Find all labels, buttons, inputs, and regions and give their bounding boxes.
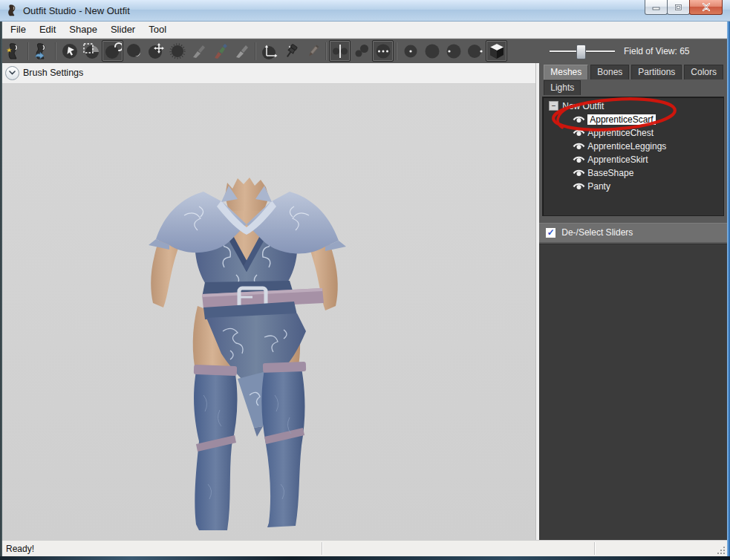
toolbar-separator (55, 42, 56, 60)
perspective-toggle-icon[interactable] (486, 40, 507, 62)
tree-item-label: ApprenticeSkirt (587, 154, 648, 165)
select-sliders-label: De-/Select Sliders (561, 227, 633, 238)
menu-tool[interactable]: Tool (142, 22, 173, 36)
status-separator (322, 542, 322, 555)
app-icon (7, 4, 19, 16)
fov-area: Field of View: 65 (540, 45, 726, 58)
vertex-edit-icon[interactable] (302, 40, 323, 62)
connected-only-toggle-icon[interactable] (351, 40, 372, 62)
tab-bones[interactable]: Bones (590, 65, 629, 79)
mesh-tree: − New Outfit ApprenticeScarf ApprenticeC… (542, 97, 724, 216)
toolbar-separator (27, 42, 29, 60)
brush-falloff-c-icon[interactable] (443, 40, 464, 62)
status-bar: Ready! (2, 540, 727, 556)
tree-item-apprenticeleggings[interactable]: ApprenticeLeggings (543, 140, 723, 153)
outfit-model (111, 172, 379, 536)
mask-brush-icon[interactable] (80, 40, 102, 62)
toolbar: Field of View: 65 (2, 39, 727, 63)
eye-icon (573, 128, 585, 137)
viewport-3d[interactable] (2, 84, 535, 540)
smooth-brush-icon[interactable] (166, 40, 188, 62)
slider-list-area (539, 244, 727, 540)
brush-settings-collapse-button[interactable] (5, 66, 19, 80)
tree-item-baseshape[interactable]: BaseShape (543, 166, 723, 180)
maximize-button[interactable] (667, 0, 690, 15)
select-sliders-checkbox[interactable]: ✓ (545, 227, 556, 238)
eye-icon (573, 155, 585, 164)
tree-item-label: ApprenticeChest (587, 128, 654, 138)
tree-item-panty[interactable]: Panty (543, 180, 723, 193)
close-button[interactable] (689, 0, 723, 15)
status-separator (594, 542, 595, 555)
select-sliders-row[interactable]: ✓ De-/Select Sliders (539, 223, 727, 242)
menu-slider[interactable]: Slider (104, 22, 142, 36)
chevron-down-icon (9, 71, 16, 75)
eye-icon (573, 182, 585, 191)
status-text: Ready! (6, 544, 34, 554)
tree-item-apprenticeskirt[interactable]: ApprenticeSkirt (543, 153, 723, 166)
x-mirror-toggle-icon[interactable] (329, 40, 351, 62)
color-brush-icon[interactable] (209, 40, 231, 62)
tree-item-label: ApprenticeLeggings (587, 141, 666, 152)
tab-partitions[interactable]: Partitions (631, 65, 682, 79)
tab-colors[interactable]: Colors (684, 65, 723, 79)
eye-icon (573, 169, 585, 178)
global-brush-toggle-icon[interactable] (372, 40, 394, 62)
tree-item-apprenticechest[interactable]: ApprenticeChest (543, 126, 723, 140)
maximize-icon (674, 4, 682, 11)
tab-lights[interactable]: Lights (544, 80, 581, 95)
eye-icon (573, 115, 585, 124)
eye-icon (573, 142, 585, 151)
brush-settings-label: Brush Settings (23, 68, 83, 78)
brush-falloff-d-icon[interactable] (464, 40, 486, 62)
move-brush-icon[interactable] (145, 40, 166, 62)
menu-file[interactable]: File (4, 22, 33, 36)
tree-item-label-editbox[interactable]: ApprenticeScarf (587, 114, 655, 125)
tab-meshes[interactable]: Meshes (544, 65, 588, 79)
toolbar-separator (255, 42, 256, 60)
brush-falloff-a-icon[interactable] (400, 40, 421, 62)
title-bar[interactable]: Outfit Studio - New Outfit (0, 0, 730, 22)
minimize-button[interactable] (645, 0, 668, 15)
fov-slider-thumb[interactable] (576, 45, 586, 59)
tree-root-new-outfit[interactable]: − New Outfit (543, 100, 723, 113)
toolbar-separator (325, 42, 327, 60)
fov-slider[interactable] (550, 45, 615, 58)
deflate-brush-icon[interactable] (123, 40, 145, 62)
right-panel: Meshes Bones Partitions Colors Lights − … (539, 63, 727, 540)
window-bottom-border (0, 556, 730, 560)
brush-settings-bar: Brush Settings (2, 63, 535, 84)
menu-edit[interactable]: Edit (33, 22, 62, 36)
tree-root-label: New Outfit (562, 101, 604, 111)
menu-bar: File Edit Shape Slider Tool (2, 22, 727, 39)
close-icon (702, 3, 711, 11)
tree-item-apprenticescarf[interactable]: ApprenticeScarf (543, 113, 723, 126)
menu-shape[interactable]: Shape (62, 22, 104, 36)
tree-item-label: Panty (587, 181, 610, 192)
window-title: Outfit Studio - New Outfit (23, 5, 130, 16)
inflate-brush-icon[interactable] (102, 40, 123, 62)
window-right-border (727, 22, 730, 556)
collapse-expander-icon[interactable]: − (549, 101, 558, 111)
load-reference-icon[interactable] (31, 40, 53, 62)
pin-tool-icon[interactable] (280, 40, 302, 62)
weight-brush-icon[interactable] (188, 40, 209, 62)
tree-item-label: BaseShape (587, 168, 633, 178)
toolbar-separator (396, 42, 397, 60)
new-project-icon[interactable] (4, 40, 25, 62)
transform-tool-icon[interactable] (258, 40, 280, 62)
minimize-icon (652, 4, 660, 10)
outfit-studio-window: Outfit Studio - New Outfit File Edit Sha… (0, 0, 730, 560)
select-tool-icon[interactable] (59, 40, 80, 62)
brush-falloff-b-icon[interactable] (421, 40, 443, 62)
resize-grip[interactable] (717, 546, 726, 555)
fov-label: Field of View: 65 (624, 46, 690, 56)
alpha-brush-icon[interactable] (231, 40, 252, 62)
